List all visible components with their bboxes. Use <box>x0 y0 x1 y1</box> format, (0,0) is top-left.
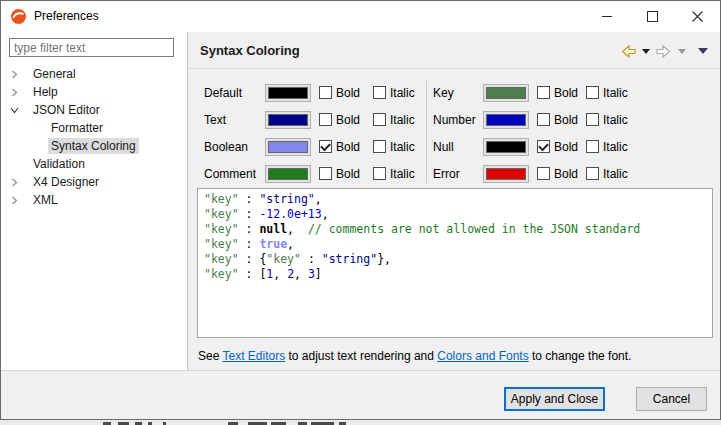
footer-note: See Text Editors to adjust text renderin… <box>198 349 631 363</box>
style-label: Null <box>433 140 483 154</box>
code-line: "key" : null, // comments are not allowe… <box>204 222 706 237</box>
italic-checkbox[interactable] <box>586 113 599 126</box>
style-row-number: NumberBoldItalic <box>433 106 628 133</box>
tree-item-label: General <box>30 66 79 82</box>
tree-item-label: X4 Designer <box>30 174 102 190</box>
chevron-right-icon[interactable] <box>9 69 19 79</box>
tree-item-validation[interactable]: Validation <box>1 155 187 173</box>
tree-item-x4-designer[interactable]: X4 Designer <box>1 173 187 191</box>
tree-item-syntax-coloring[interactable]: Syntax Coloring <box>1 137 187 155</box>
tree-item-formatter[interactable]: Formatter <box>1 119 187 137</box>
color-swatch-key[interactable] <box>483 84 529 102</box>
bold-checkbox-label: Bold <box>554 167 578 181</box>
bold-checkbox[interactable] <box>537 113 550 126</box>
color-swatch-text[interactable] <box>265 111 311 129</box>
preferences-tree: GeneralHelpJSON EditorFormatterSyntax Co… <box>1 65 187 209</box>
bold-checkbox[interactable] <box>319 140 332 153</box>
colors-and-fonts-link[interactable]: Colors and Fonts <box>437 349 528 363</box>
chevron-down-icon[interactable] <box>9 105 19 115</box>
style-label: Boolean <box>204 140 265 154</box>
code-line: "key" : [1, 2, 3] <box>204 267 706 282</box>
italic-checkbox[interactable] <box>586 86 599 99</box>
background-window-strip <box>0 420 721 425</box>
apply-and-close-button[interactable]: Apply and Close <box>504 387 605 411</box>
color-swatch-comment[interactable] <box>265 165 311 183</box>
italic-checkbox[interactable] <box>373 167 386 180</box>
bold-checkbox-label: Bold <box>554 113 578 127</box>
maximize-button[interactable] <box>630 1 675 32</box>
chevron-right-icon[interactable] <box>9 87 19 97</box>
italic-checkbox-label: Italic <box>390 140 415 154</box>
bold-checkbox-label: Bold <box>554 140 578 154</box>
style-label: Key <box>433 86 483 100</box>
style-label: Comment <box>204 167 265 181</box>
minimize-button[interactable] <box>585 1 630 32</box>
style-row-key: KeyBoldItalic <box>433 79 628 106</box>
style-label: Error <box>433 167 483 181</box>
bold-checkbox[interactable] <box>319 113 332 126</box>
italic-checkbox[interactable] <box>586 140 599 153</box>
titlebar: Preferences <box>1 1 720 32</box>
tree-item-label: JSON Editor <box>30 102 103 118</box>
tree-item-label: Help <box>30 84 61 100</box>
back-button[interactable] <box>619 44 637 59</box>
italic-checkbox-label: Italic <box>390 86 415 100</box>
code-line: "key" : "string", <box>204 192 706 207</box>
italic-checkbox[interactable] <box>586 167 599 180</box>
italic-checkbox-label: Italic <box>390 167 415 181</box>
window-controls <box>585 1 720 32</box>
color-swatch-number[interactable] <box>483 111 529 129</box>
tree-item-xml[interactable]: XML <box>1 191 187 209</box>
bold-checkbox[interactable] <box>319 167 332 180</box>
style-row-text: TextBoldItalic <box>204 106 415 133</box>
chevron-right-icon[interactable] <box>9 177 19 187</box>
back-menu-icon[interactable] <box>641 48 651 55</box>
tree-item-json-editor[interactable]: JSON Editor <box>1 101 187 119</box>
italic-checkbox[interactable] <box>373 86 386 99</box>
chevron-right-icon[interactable] <box>9 195 19 205</box>
style-label: Number <box>433 113 483 127</box>
button-bar: Apply and Close Cancel <box>1 371 720 419</box>
italic-checkbox[interactable] <box>373 140 386 153</box>
preview-code: "key" : "string","key" : -12.0e+13,"key"… <box>197 188 713 338</box>
bold-checkbox-label: Bold <box>336 167 365 181</box>
style-row-comment: CommentBoldItalic <box>204 160 415 187</box>
italic-checkbox-label: Italic <box>603 167 628 181</box>
app-logo-icon <box>10 8 27 25</box>
style-label: Text <box>204 113 265 127</box>
note-text: See <box>198 349 222 363</box>
forward-menu-icon[interactable] <box>677 48 687 55</box>
tree-item-label: Formatter <box>48 120 106 136</box>
cancel-button[interactable]: Cancel <box>636 387 707 411</box>
bold-checkbox[interactable] <box>319 86 332 99</box>
color-swatch-boolean[interactable] <box>265 138 311 156</box>
tree-item-help[interactable]: Help <box>1 83 187 101</box>
bold-checkbox-label: Bold <box>336 113 365 127</box>
page-title: Syntax Coloring <box>200 43 300 58</box>
tree-item-label: Syntax Coloring <box>48 138 139 154</box>
settings-panel: Syntax Coloring <box>188 32 720 370</box>
forward-button[interactable] <box>655 44 673 59</box>
screen: Preferences GeneralHelpJSON EditorFormat… <box>0 0 721 425</box>
preferences-dialog: Preferences GeneralHelpJSON EditorFormat… <box>0 0 721 420</box>
italic-checkbox-label: Italic <box>390 113 415 127</box>
style-group-right: KeyBoldItalicNumberBoldItalicNullBoldIta… <box>433 79 628 187</box>
code-line: "key" : true, <box>204 237 706 252</box>
color-swatch-error[interactable] <box>483 165 529 183</box>
bold-checkbox[interactable] <box>537 167 550 180</box>
note-text: to adjust text rendering and <box>285 349 437 363</box>
italic-checkbox[interactable] <box>373 113 386 126</box>
color-swatch-null[interactable] <box>483 138 529 156</box>
close-button[interactable] <box>675 1 720 32</box>
italic-checkbox-label: Italic <box>603 140 628 154</box>
bold-checkbox[interactable] <box>537 86 550 99</box>
tree-item-label: Validation <box>30 156 88 172</box>
view-menu-icon[interactable] <box>691 47 709 55</box>
filter-input[interactable] <box>9 38 174 57</box>
header-toolbar <box>619 41 709 61</box>
text-editors-link[interactable]: Text Editors <box>222 349 285 363</box>
bold-checkbox[interactable] <box>537 140 550 153</box>
tree-item-general[interactable]: General <box>1 65 187 83</box>
color-swatch-default[interactable] <box>265 84 311 102</box>
style-group-divider <box>426 81 427 183</box>
